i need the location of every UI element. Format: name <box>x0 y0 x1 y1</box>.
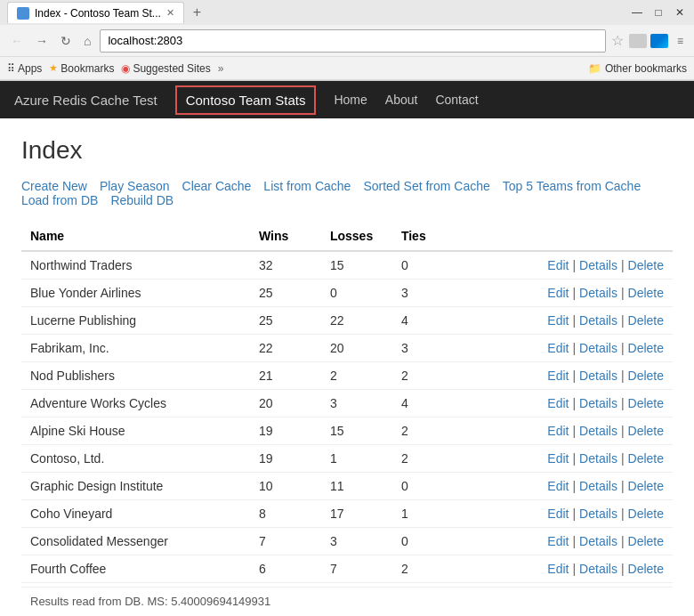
browser-tab[interactable]: Index - Contoso Team St... ✕ <box>7 2 184 23</box>
action-delete[interactable]: Delete <box>628 507 664 521</box>
tab-close-icon[interactable]: ✕ <box>166 7 174 19</box>
action-details[interactable]: Details <box>579 369 617 383</box>
back-button[interactable]: ← <box>7 32 27 50</box>
action-delete[interactable]: Delete <box>628 313 664 328</box>
action-edit[interactable]: Edit <box>547 562 569 576</box>
action-delete[interactable]: Delete <box>628 369 664 383</box>
action-edit[interactable]: Edit <box>547 286 569 300</box>
action-details[interactable]: Details <box>579 479 617 493</box>
action-edit[interactable]: Edit <box>547 258 569 272</box>
action-sep-1: | <box>572 396 576 410</box>
new-tab-button[interactable]: + <box>190 4 205 20</box>
action-edit[interactable]: Edit <box>547 369 569 383</box>
cell-actions: Edit | Details | Delete <box>464 307 673 335</box>
action-details[interactable]: Details <box>579 424 617 438</box>
nav-about[interactable]: About <box>385 93 418 107</box>
action-details[interactable]: Details <box>579 534 617 548</box>
action-edit[interactable]: Edit <box>547 424 569 438</box>
action-details[interactable]: Details <box>579 341 617 355</box>
action-delete[interactable]: Delete <box>628 479 664 493</box>
action-edit[interactable]: Edit <box>547 534 569 548</box>
action-edit[interactable]: Edit <box>547 451 569 466</box>
bookmarks-bookmarks[interactable]: ★ Bookmarks <box>49 62 114 75</box>
cell-actions: Edit | Details | Delete <box>464 473 673 500</box>
window-controls: — □ ✕ <box>630 6 687 19</box>
cell-actions: Edit | Details | Delete <box>464 417 673 445</box>
action-sorted-set[interactable]: Sorted Set from Cache <box>363 179 489 193</box>
cell-losses: 11 <box>321 473 392 500</box>
status-bar: Results read from DB. MS: 5.400096941499… <box>21 587 673 615</box>
action-details[interactable]: Details <box>579 451 617 466</box>
cell-name: Adventure Works Cycles <box>21 390 250 417</box>
bookmark-star-icon[interactable]: ☆ <box>611 32 624 49</box>
cell-name: Coho Vineyard <box>21 500 250 528</box>
action-sep-2: | <box>621 534 625 548</box>
page-title: Index <box>21 136 673 165</box>
action-rebuild-db[interactable]: Rebuild DB <box>110 193 174 207</box>
action-edit[interactable]: Edit <box>547 396 569 410</box>
table-row: Northwind Traders 32 15 0 Edit | Details… <box>21 251 673 280</box>
action-details[interactable]: Details <box>579 286 617 300</box>
col-header-actions <box>464 222 673 251</box>
bookmarks-apps[interactable]: ⠿ Apps <box>7 62 42 75</box>
action-details[interactable]: Details <box>579 258 617 272</box>
cell-losses: 20 <box>321 335 392 362</box>
action-edit[interactable]: Edit <box>547 341 569 355</box>
action-details[interactable]: Details <box>579 562 617 576</box>
action-delete[interactable]: Delete <box>628 258 664 272</box>
action-load-from-db[interactable]: Load from DB <box>21 193 98 207</box>
action-details[interactable]: Details <box>579 507 617 521</box>
cell-ties: 4 <box>392 390 464 417</box>
action-delete[interactable]: Delete <box>628 562 664 576</box>
cell-wins: 6 <box>250 555 321 583</box>
action-delete[interactable]: Delete <box>628 424 664 438</box>
other-bookmarks[interactable]: 📁 Other bookmarks <box>588 62 687 75</box>
toolbar-icon-1 <box>629 34 647 48</box>
forward-button[interactable]: → <box>32 32 52 50</box>
cell-wins: 20 <box>250 390 321 417</box>
action-top5[interactable]: Top 5 Teams from Cache <box>503 179 641 193</box>
action-list-from-cache[interactable]: List from Cache <box>263 179 351 193</box>
action-delete[interactable]: Delete <box>628 286 664 300</box>
action-play-season[interactable]: Play Season <box>100 179 170 193</box>
action-clear-cache[interactable]: Clear Cache <box>182 179 252 193</box>
address-input[interactable] <box>100 29 606 53</box>
cell-losses: 3 <box>321 390 392 417</box>
action-delete[interactable]: Delete <box>628 451 664 466</box>
cell-ties: 0 <box>392 251 464 280</box>
action-sep-1: | <box>572 562 576 576</box>
action-delete[interactable]: Delete <box>628 396 664 410</box>
cell-actions: Edit | Details | Delete <box>464 528 673 555</box>
action-edit[interactable]: Edit <box>547 313 569 328</box>
action-sep-2: | <box>621 369 625 383</box>
cell-actions: Edit | Details | Delete <box>464 362 673 390</box>
bookmarks-more-indicator[interactable]: » <box>218 62 224 75</box>
nav-home[interactable]: Home <box>334 93 367 107</box>
action-details[interactable]: Details <box>579 313 617 328</box>
action-delete[interactable]: Delete <box>628 534 664 548</box>
app-brand[interactable]: Azure Redis Cache Test <box>14 93 157 108</box>
action-delete[interactable]: Delete <box>628 341 664 355</box>
action-edit[interactable]: Edit <box>547 507 569 521</box>
table-row: Fourth Coffee 6 7 2 Edit | Details | Del… <box>21 555 673 583</box>
refresh-button[interactable]: ↻ <box>57 32 75 50</box>
more-tools-button[interactable]: ≡ <box>674 33 687 49</box>
maximize-button[interactable]: □ <box>651 6 666 19</box>
cell-ties: 2 <box>392 417 464 445</box>
action-details[interactable]: Details <box>579 396 617 410</box>
cell-actions: Edit | Details | Delete <box>464 500 673 528</box>
action-edit[interactable]: Edit <box>547 479 569 493</box>
action-create-new[interactable]: Create New <box>21 179 87 193</box>
table-row: Adventure Works Cycles 20 3 4 Edit | Det… <box>21 390 673 417</box>
close-button[interactable]: ✕ <box>673 6 687 19</box>
home-button[interactable]: ⌂ <box>80 32 94 50</box>
app-brand-active[interactable]: Contoso Team Stats <box>175 85 317 115</box>
nav-contact[interactable]: Contact <box>435 93 478 107</box>
cell-losses: 2 <box>321 362 392 390</box>
cell-wins: 22 <box>250 335 321 362</box>
cell-name: Nod Publishers <box>21 362 250 390</box>
table-row: Nod Publishers 21 2 2 Edit | Details | D… <box>21 362 673 390</box>
bookmarks-suggested[interactable]: ◉ Suggested Sites <box>121 62 210 75</box>
star-icon: ★ <box>49 62 58 74</box>
minimize-button[interactable]: — <box>630 6 644 19</box>
